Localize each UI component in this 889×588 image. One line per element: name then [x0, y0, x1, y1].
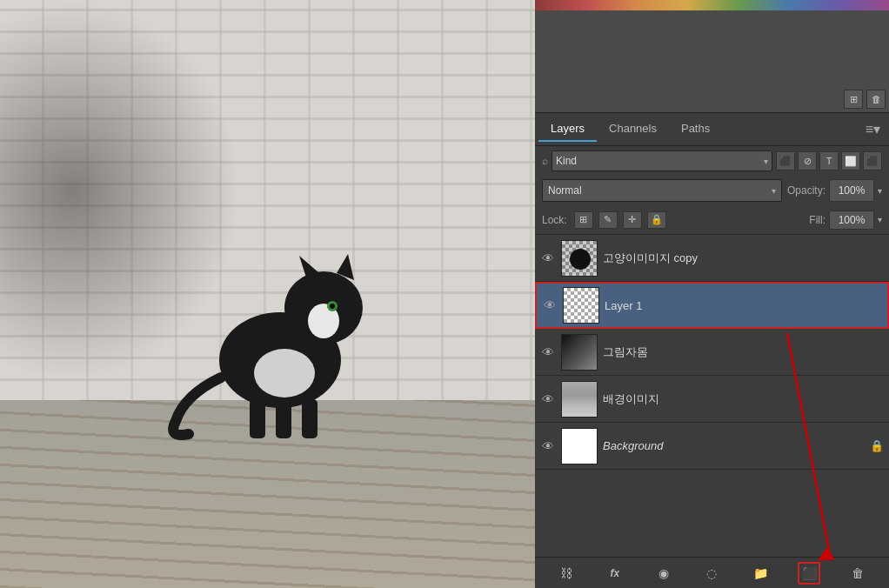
search-icon: ⌕: [542, 155, 548, 167]
group-layers-button[interactable]: 📁: [749, 562, 772, 585]
layer-visibility-toggle[interactable]: 👁: [542, 298, 558, 312]
layer-thumbnail: [561, 334, 598, 371]
svg-point-10: [254, 349, 315, 398]
layers-toolbar: ⛓ fx ◉ ◌ 📁 ⬛ 🗑: [535, 557, 889, 588]
lock-icon: 🔒: [870, 439, 884, 452]
right-panel: ⊞ 🗑 Layers Channels Paths ≡▾ ⌕ Kind ▾ ⬛ …: [535, 0, 889, 588]
fill-label: Fill:: [809, 214, 826, 226]
svg-point-11: [570, 249, 591, 270]
fill-input[interactable]: 100%: [829, 210, 874, 230]
mini-panel-btn-1[interactable]: ⊞: [844, 90, 863, 109]
filter-smart-icon[interactable]: ⬛: [863, 151, 882, 170]
svg-rect-7: [250, 399, 265, 438]
layer-thumbnail: [561, 381, 598, 418]
color-strip: [535, 0, 889, 10]
layer-effects-button[interactable]: fx: [604, 562, 626, 585]
layer-visibility-toggle[interactable]: 👁: [540, 392, 556, 406]
filter-row: ⌕ Kind ▾ ⬛ ⊘ T ⬜ ⬛: [535, 146, 889, 176]
layers-panel: Layers Channels Paths ≡▾ ⌕ Kind ▾ ⬛ ⊘ T …: [535, 113, 889, 588]
lock-position-btn[interactable]: ✛: [623, 211, 642, 229]
svg-rect-9: [302, 399, 318, 438]
lock-label: Lock:: [542, 214, 567, 226]
filter-adjustment-icon[interactable]: ⊘: [798, 151, 817, 170]
tab-bar: Layers Channels Paths ≡▾: [535, 113, 889, 146]
svg-rect-8: [276, 399, 291, 438]
filter-icons-group: ⬛ ⊘ T ⬜ ⬛: [776, 151, 882, 170]
blend-dropdown-arrow: ▾: [772, 186, 776, 196]
layer-item[interactable]: 👁 Layer 1: [535, 282, 889, 329]
layer-name: Layer 1: [605, 299, 882, 312]
mini-panel-icons: ⊞ 🗑: [844, 90, 886, 109]
fill-arrow: ▾: [878, 215, 882, 224]
lock-paint-btn[interactable]: ✎: [598, 211, 618, 229]
lock-transparent-btn[interactable]: ⊞: [574, 211, 593, 229]
tab-layers[interactable]: Layers: [538, 117, 597, 142]
mini-panel: ⊞ 🗑: [535, 10, 889, 113]
canvas-image: [0, 0, 535, 588]
filter-pixel-icon[interactable]: ⬛: [776, 151, 795, 170]
lock-row: Lock: ⊞ ✎ ✛ 🔒 Fill: 100% ▾: [535, 205, 889, 235]
filter-type-icon[interactable]: T: [819, 151, 839, 170]
canvas-area: [0, 0, 535, 588]
adjustment-layer-button[interactable]: ◌: [700, 562, 723, 585]
layer-item[interactable]: 👁 그림자몸: [535, 329, 889, 376]
layer-name: 배경이미지: [603, 391, 884, 407]
delete-layer-button[interactable]: 🗑: [846, 562, 869, 585]
tab-channels[interactable]: Channels: [597, 117, 669, 142]
add-mask-button[interactable]: ◉: [652, 562, 675, 585]
layer-thumbnail: [561, 428, 598, 464]
kind-label: Kind: [556, 155, 577, 167]
panel-menu-button[interactable]: ≡▾: [860, 117, 886, 141]
mini-panel-btn-2[interactable]: 🗑: [866, 90, 886, 109]
layer-thumbnail: [563, 287, 599, 324]
opacity-label: Opacity:: [787, 184, 826, 197]
new-layer-button[interactable]: ⬛: [798, 562, 820, 585]
layer-visibility-toggle[interactable]: 👁: [540, 251, 556, 265]
cat-figure: [150, 186, 393, 447]
opacity-group: Opacity: 100% ▾: [787, 179, 882, 202]
kind-dropdown-arrow: ▾: [764, 157, 768, 166]
blend-mode-value: Normal: [548, 184, 582, 197]
filter-shape-icon[interactable]: ⬜: [841, 151, 860, 170]
opacity-arrow: ▾: [878, 186, 882, 196]
svg-point-6: [330, 304, 335, 309]
layer-item[interactable]: 👁 Background 🔒: [535, 423, 889, 470]
link-layers-button[interactable]: ⛓: [555, 562, 578, 585]
layer-name: Background: [603, 439, 865, 452]
blend-mode-row: Normal ▾ Opacity: 100% ▾: [535, 176, 889, 205]
opacity-input[interactable]: 100%: [829, 179, 874, 202]
layer-item[interactable]: 👁 배경이미지: [535, 376, 889, 423]
lock-all-btn[interactable]: 🔒: [647, 211, 666, 229]
layer-name: 고양이미미지 copy: [603, 251, 884, 266]
layer-visibility-toggle[interactable]: 👁: [540, 345, 556, 359]
layer-item[interactable]: 👁 고양이미미지 copy: [535, 235, 889, 282]
layer-visibility-toggle[interactable]: 👁: [540, 439, 556, 453]
tab-paths[interactable]: Paths: [669, 117, 722, 142]
blend-mode-select[interactable]: Normal ▾: [542, 179, 782, 202]
layer-thumbnail: [561, 240, 598, 277]
layers-list: 👁 고양이미미지 copy 👁 Layer 1 👁 그림자몸: [535, 235, 889, 557]
fill-group: Fill: 100% ▾: [809, 210, 882, 230]
kind-filter-select[interactable]: Kind ▾: [551, 150, 772, 171]
layer-name: 그림자몸: [603, 344, 884, 360]
